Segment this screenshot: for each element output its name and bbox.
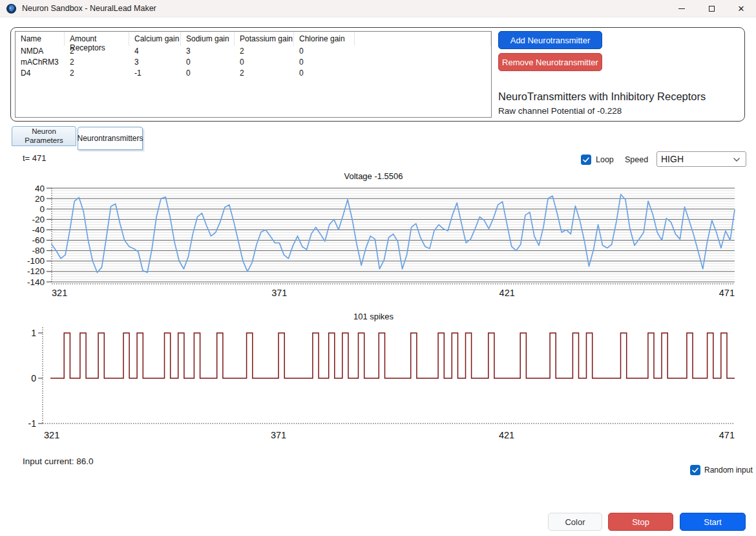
svg-text:1: 1 — [31, 328, 36, 338]
receptor-table[interactable]: Name Amount Receptors Calcium gain Sodiu… — [15, 31, 492, 118]
col-amount-receptors: Amount Receptors — [65, 32, 129, 46]
cell-chlorine: 0 — [294, 57, 355, 68]
close-icon: ✕ — [738, 5, 745, 13]
random-input-checkbox[interactable] — [690, 465, 700, 475]
svg-text:321: 321 — [52, 288, 67, 298]
tab-neuron-parameters[interactable]: Neuron Parameters — [12, 126, 76, 146]
speed-value: HIGH — [661, 154, 684, 164]
minimize-button[interactable] — [667, 0, 697, 17]
table-row[interactable]: NMDA 2 4 3 2 0 — [16, 46, 491, 57]
cell-amount: 2 — [65, 57, 129, 68]
tab-label: Neurontransmitters — [77, 134, 143, 143]
col-potassium-gain: Potassium gain — [235, 32, 294, 46]
col-filler — [355, 32, 491, 46]
cell-sodium: 0 — [181, 68, 235, 79]
svg-text:-140: -140 — [27, 277, 45, 287]
spike-chart: 10-1321371421471 — [5, 322, 742, 448]
speed-dropdown[interactable]: HIGH — [656, 151, 746, 167]
cell-name: mAChRM3 — [16, 57, 65, 68]
window-title: Neuron Sandbox - NeuralLead Maker — [22, 4, 156, 13]
color-button[interactable]: Color — [548, 513, 602, 531]
minimize-icon — [678, 8, 685, 9]
col-chlorine-gain: Chlorine gain — [294, 32, 355, 46]
svg-text:371: 371 — [271, 288, 287, 298]
tab-label: Neuron Parameters — [12, 127, 76, 145]
cell-calcium: 4 — [129, 46, 181, 57]
remove-neurotransmitter-button[interactable]: Remove Neurotransmitter — [498, 53, 602, 71]
cell-sodium: 3 — [181, 46, 235, 57]
stop-button[interactable]: Stop — [608, 513, 673, 531]
check-icon — [583, 157, 589, 163]
loop-checkbox[interactable] — [581, 155, 591, 165]
svg-text:20: 20 — [35, 194, 45, 204]
raw-channel-potential-text: Raw channel Potential of -0.228 — [498, 106, 622, 116]
svg-text:421: 421 — [499, 430, 514, 440]
svg-text:0: 0 — [31, 373, 36, 383]
col-name: Name — [16, 32, 65, 46]
speed-label: Speed — [625, 155, 648, 164]
start-button[interactable]: Start — [680, 513, 746, 531]
input-current-label: Input current: 86.0 — [23, 456, 94, 466]
time-counter: t= 471 — [23, 153, 47, 163]
chevron-down-icon — [733, 157, 740, 162]
svg-text:371: 371 — [271, 430, 286, 440]
col-calcium-gain: Calcium gain — [129, 32, 181, 46]
svg-text:-120: -120 — [27, 266, 45, 276]
add-neurotransmitter-button[interactable]: Add Neurotransmitter — [498, 31, 602, 49]
loop-label: Loop — [596, 155, 614, 164]
cell-sodium: 0 — [181, 57, 235, 68]
spike-chart-title: 101 spikes — [5, 312, 742, 321]
svg-text:40: 40 — [35, 184, 45, 193]
cell-potassium: 2 — [235, 46, 294, 57]
svg-text:-100: -100 — [27, 256, 45, 266]
check-icon — [692, 467, 698, 473]
cell-name: NMDA — [16, 46, 65, 57]
cell-calcium: 3 — [129, 57, 181, 68]
cell-chlorine: 0 — [294, 46, 355, 57]
col-sodium-gain: Sodium gain — [181, 32, 235, 46]
svg-text:0: 0 — [39, 204, 45, 214]
voltage-chart-title: Voltage -1.5506 — [5, 171, 742, 181]
table-row[interactable]: D4 2 -1 0 2 0 — [16, 68, 491, 79]
maximize-icon — [709, 6, 715, 12]
tab-neurontransmitters[interactable]: Neurontransmitters — [78, 127, 143, 150]
svg-text:-40: -40 — [32, 225, 45, 235]
receptor-table-header: Name Amount Receptors Calcium gain Sodiu… — [16, 32, 491, 46]
cell-chlorine: 0 — [294, 68, 355, 79]
app-brain-icon — [6, 3, 17, 14]
cell-amount: 2 — [65, 68, 129, 79]
svg-text:471: 471 — [719, 288, 735, 298]
random-input-label: Random input — [704, 466, 753, 475]
svg-text:-80: -80 — [32, 246, 45, 255]
cell-amount: 2 — [65, 46, 129, 57]
cell-potassium: 0 — [235, 57, 294, 68]
svg-text:-1: -1 — [28, 418, 37, 429]
maximize-button[interactable] — [697, 0, 726, 17]
svg-text:-20: -20 — [32, 215, 45, 224]
svg-text:421: 421 — [499, 288, 515, 298]
svg-text:321: 321 — [44, 430, 59, 440]
svg-text:-60: -60 — [32, 235, 45, 245]
title-bar: Neuron Sandbox - NeuralLead Maker ✕ — [0, 0, 756, 17]
cell-name: D4 — [16, 68, 65, 79]
voltage-chart: 40200-20-40-60-80-100-120-14032137142147… — [5, 183, 742, 299]
cell-calcium: -1 — [129, 68, 181, 79]
inhibitory-receptors-heading: NeuroTransmitters with Inhibitory Recept… — [498, 91, 706, 103]
svg-text:471: 471 — [719, 430, 735, 440]
cell-potassium: 2 — [235, 68, 294, 79]
table-row[interactable]: mAChRM3 2 3 0 0 0 — [16, 57, 491, 68]
close-button[interactable]: ✕ — [726, 0, 756, 17]
neurotransmitter-panel: Name Amount Receptors Calcium gain Sodiu… — [10, 27, 745, 122]
